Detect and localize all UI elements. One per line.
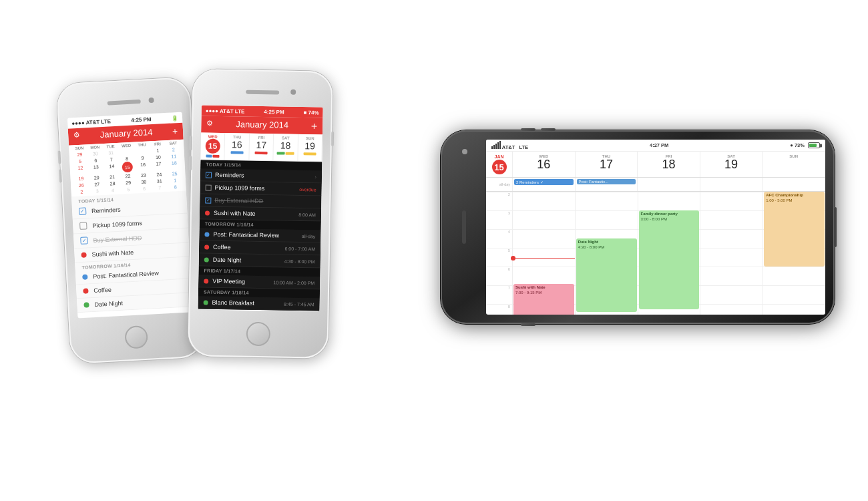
power-btn [521,323,535,326]
label-hdd: Buy External HDD [214,197,316,206]
allday-wed: 2 Reminders ✓ [513,178,576,191]
hour-7: 7 [486,285,512,304]
dot-review [82,274,87,279]
hour-3: 3 [486,210,512,229]
camera [148,98,154,103]
jan-today-col: JAN 15 [486,152,513,177]
checkbox-hdd[interactable] [80,236,88,244]
time-datenight: 4:30 - 8:00 PM [284,259,315,264]
day-col-17[interactable]: THU17 [576,152,638,177]
label-blanc: Blanc Breakfast [212,299,284,307]
label-reminders: Reminders [215,172,312,180]
time-vip: 10:00 AM - 2:00 PM [273,280,314,285]
day-15[interactable]: WED 15 [200,132,225,160]
allday-wed-event[interactable]: 2 Reminders ✓ [514,179,574,185]
day-col-16[interactable]: WED16 [513,152,576,177]
dot-coffee [83,288,88,293]
check-pickup[interactable] [206,184,212,190]
sun-body: AFC Championship 1:00 - 5:00 PM [763,192,825,315]
carrier: AT&T LTE [491,141,528,150]
vol-up-btn [190,136,192,150]
dot-sushi [81,252,86,257]
calendar-body: 2 3 4 5 6 7 8 9 Sushi with Nate [486,192,825,315]
allday-sun [763,178,825,191]
plus-icon[interactable]: + [172,126,178,136]
battery-info: ● 73% [790,142,820,149]
mini-calendar: SUNMONTUEWEDTHUFRISAT 29 30 31 1 2 5 6 7… [69,140,186,197]
label-review: Post: Fantastical Review [93,270,159,280]
home-button [124,325,148,349]
today-num: 15 [492,160,507,174]
vol-up-btn [521,128,535,131]
day-col-sun[interactable]: SUN [763,152,825,177]
speaker [107,100,141,106]
day-col-18[interactable]: FRI18 [638,152,700,177]
dot-coffee [204,244,209,249]
speaker [246,90,279,95]
power-btn [331,132,334,146]
hour-2: 2 [486,192,512,210]
vol-dn-btn [541,128,556,131]
camera [290,90,296,95]
allday-row: all-day 2 Reminders ✓ Post: Fantastic... [486,178,825,192]
checkbox-pickup[interactable] [79,222,87,230]
time: 4:25 PM [131,116,152,124]
side-speaker [834,207,837,247]
time-pickup: overdue [299,187,316,192]
label-reminders: Reminders [91,206,121,214]
label-datenight: Date Night [213,257,284,265]
label-sushi: Sushi with Nate [91,249,134,258]
month-label: JAN [494,154,503,159]
time-sushi: 8:00 AM [298,212,316,217]
gear-icon[interactable]: ⚙ [73,131,81,140]
vol-dn-btn [59,169,62,182]
hour-6: 6 [486,267,512,285]
check-reminders[interactable]: ✓ [206,172,212,178]
time: 4:27 PM [650,142,668,148]
allday-label: all-day [486,178,513,191]
allday-thu-event[interactable]: Post: Fantastic... [577,179,636,184]
vol-dn-btn [189,156,192,170]
label-pickup: Pickup 1099 forms [92,220,142,229]
sat-body [700,192,763,315]
dot-vip [204,279,208,283]
label-coffee: Coffee [93,287,112,294]
carrier: ●●●● AT&T LTE [71,118,111,126]
agenda-list: TODAY 1/15/14 Reminders Pickup 1099 form… [71,191,192,313]
event-datenight-thu[interactable]: Date Night 4:30 - 8:00 PM [576,238,637,312]
label-review: Post: Fantastical Review [213,231,302,239]
status-bar: AT&T LTE 4:27 PM ● 73% [486,140,825,152]
speaker [462,210,466,244]
time: 4:25 PM [264,109,284,116]
thu-body: Date Night 4:30 - 8:00 PM [576,192,638,315]
day-19[interactable]: SUN 19 [298,134,322,162]
dot-datenight [204,257,209,262]
time-blanc: 8:45 - 7:45 AM [284,301,314,307]
agenda-dark: TODAY 1/15/14 ✓ Reminders › Pickup 1099 … [198,160,322,311]
dot-review [204,232,209,236]
allday-fri [638,178,700,191]
camera [462,149,467,154]
item-blanc[interactable]: Blanc Breakfast 8:45 - 7:45 AM [198,296,320,311]
plus-icon[interactable]: + [311,120,318,132]
vol-up-btn [57,150,61,164]
phone-center: ●●●● AT&T LTE 4:25 PM ■ 74% ⚙ + January … [188,69,333,359]
chevron-icon: › [314,174,316,180]
carrier: ●●●● AT&T LTE [206,108,245,114]
checkbox-reminders[interactable] [79,207,87,215]
check-hdd[interactable]: ✓ [205,197,211,203]
day-18[interactable]: SAT 18 [274,134,298,161]
day-col-19[interactable]: SAT19 [700,152,763,177]
phone-left: ●●●● AT&T LTE 4:25 PM 🔋 ⚙ + January 2014… [56,77,204,364]
event-afc[interactable]: AFC Championship 1:00 - 5:00 PM [764,192,825,267]
week-strip: WED 15 THU 16 FRI 17 SAT 18 SUN 19 [200,132,322,162]
day-17[interactable]: FRI 17 [249,134,274,161]
month-title: January 2014 [73,126,178,141]
event-family-dinner[interactable]: Family dinner party 3:00 - 8:00 PM [639,210,700,309]
gear-icon[interactable]: ⚙ [206,119,213,128]
day-16[interactable]: THU 16 [225,133,250,160]
hour-4: 4 [486,229,512,248]
event-sushi[interactable]: Sushi with Nate 7:00 - 9:15 PM [513,284,574,315]
label-datenight: Date Night [94,300,123,308]
week-header: JAN 15 WED16 THU17 FRI18 SAT19 SUN [486,152,825,178]
